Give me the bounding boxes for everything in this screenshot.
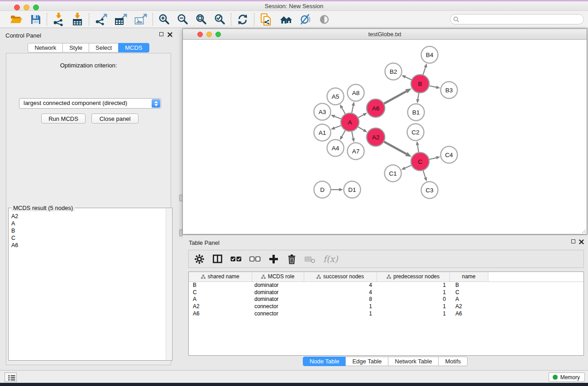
graph-node-A[interactable]: A [341, 113, 359, 131]
graph-node-B3[interactable]: B3 [441, 82, 458, 99]
edge-B-B2[interactable] [405, 77, 411, 80]
graph-node-B4[interactable]: B4 [421, 47, 438, 63]
open-session-button[interactable] [9, 13, 24, 26]
table-cell[interactable]: A2 [189, 303, 252, 310]
graphics-details-button[interactable] [299, 13, 312, 26]
graph-node-A2[interactable]: A2 [367, 128, 385, 146]
table-settings-button[interactable] [194, 254, 205, 264]
resize-grip[interactable] [580, 228, 586, 234]
graph-node-A1[interactable]: A1 [314, 124, 331, 141]
edge-A-A5[interactable] [342, 108, 345, 114]
column-header-shared-name[interactable]: shared name [189, 272, 252, 281]
table-cell[interactable]: dominator [252, 281, 304, 289]
tab-edge-table[interactable]: Edge Table [345, 357, 388, 366]
column-header-name[interactable]: name [449, 272, 488, 281]
tab-style[interactable]: Style [62, 43, 89, 52]
table-cell[interactable]: dominator [252, 295, 304, 303]
graph-node-A4[interactable]: A4 [327, 140, 344, 157]
edge-A-A7[interactable] [352, 132, 353, 138]
tab-network-table[interactable]: Network Table [388, 357, 439, 366]
optimization-criterion-select[interactable]: largest connected component (directed) [19, 98, 161, 109]
table-cell[interactable]: 1 [377, 310, 449, 317]
table-cell[interactable]: dominator [252, 289, 304, 296]
import-network-button[interactable] [52, 12, 65, 27]
run-mcds-button[interactable]: Run MCDS [41, 114, 86, 124]
edge-A-A1[interactable] [335, 125, 341, 128]
graph-node-C[interactable]: C [411, 152, 429, 171]
home-button[interactable] [279, 13, 293, 26]
graph-node-A7[interactable]: A7 [348, 143, 364, 160]
result-item[interactable]: A2 [9, 213, 165, 220]
network-canvas[interactable]: B4B2BB3A8A5A6A3B1AA1C2A2A4A7C4CC1DD1C3 [183, 40, 587, 234]
graph-node-C1[interactable]: C1 [385, 165, 402, 182]
edge-C-C1[interactable] [405, 165, 411, 168]
table-cell[interactable]: A2 [449, 303, 488, 310]
table-cell[interactable]: A6 [449, 310, 488, 317]
export-image-button[interactable] [134, 13, 148, 26]
table-row[interactable]: Adominator80A [189, 295, 583, 303]
graph-node-A5[interactable]: A5 [327, 88, 344, 105]
tab-mcds[interactable]: MCDS [118, 43, 149, 52]
memory-button[interactable]: Memory [549, 372, 585, 382]
table-cell[interactable]: 4 [304, 281, 377, 289]
search-input[interactable] [450, 14, 584, 24]
import-table-button[interactable] [71, 12, 84, 27]
graph-node-D1[interactable]: D1 [344, 181, 361, 198]
close-panel-button[interactable] [167, 32, 172, 37]
edge-A-A3[interactable] [335, 116, 341, 119]
export-table-button[interactable] [114, 13, 128, 26]
result-item[interactable]: C [9, 234, 165, 242]
table-cell[interactable]: C [449, 289, 488, 296]
graph-node-A8[interactable]: A8 [348, 85, 364, 101]
zoom-fit-button[interactable] [195, 13, 208, 26]
table-cell[interactable]: 8 [304, 295, 377, 303]
edge-B-B1[interactable] [418, 93, 419, 100]
task-history-button[interactable] [5, 372, 17, 382]
table-cell[interactable]: C [189, 289, 252, 296]
deselect-all-columns-button[interactable] [249, 254, 261, 264]
edge-A-A4[interactable] [342, 130, 345, 136]
duplicate-network-button[interactable] [259, 12, 273, 27]
close-mcds-panel-button[interactable]: Close panel [91, 114, 139, 124]
graph-node-A6[interactable]: A6 [367, 99, 385, 117]
refresh-button[interactable] [236, 13, 249, 26]
table-cell[interactable]: B [449, 281, 488, 289]
column-header-mcds-role[interactable]: MCDS role [252, 272, 304, 281]
table-row[interactable]: A2connector11A2 [189, 303, 583, 310]
graph-node-A3[interactable]: A3 [314, 104, 331, 120]
function-builder-button[interactable]: f(x) [323, 254, 338, 264]
table-cell[interactable]: 1 [377, 303, 449, 310]
close-table-panel-button[interactable] [579, 239, 584, 244]
table-cell[interactable]: A [189, 295, 252, 303]
table-cell[interactable]: connector [252, 303, 304, 310]
table-row[interactable]: Cdominator41C [189, 289, 583, 296]
result-item[interactable]: A6 [9, 242, 165, 249]
table-cell[interactable]: 0 [377, 295, 449, 303]
float-panel-button[interactable] [159, 32, 163, 36]
edge-A-A6[interactable] [358, 115, 363, 118]
delete-row-button[interactable] [287, 254, 297, 264]
edge-C-C4[interactable] [429, 158, 436, 160]
column-header-successor-nodes[interactable]: successor nodes [304, 272, 377, 281]
zoom-selected-button[interactable] [213, 13, 226, 26]
select-all-columns-button[interactable] [230, 254, 242, 264]
export-network-button[interactable] [94, 13, 108, 26]
table-cell[interactable]: A6 [189, 310, 252, 317]
show-columns-button[interactable] [212, 254, 223, 264]
edge-A-A2[interactable] [358, 127, 363, 130]
graph-node-C4[interactable]: C4 [441, 147, 458, 163]
table-cell[interactable]: 1 [377, 289, 449, 296]
graph-node-B1[interactable]: B1 [408, 104, 425, 121]
show-hide-panel-button[interactable] [318, 13, 331, 26]
tab-node-table[interactable]: Node Table [303, 357, 346, 366]
edge-A-A8[interactable] [352, 105, 353, 113]
table-cell[interactable]: 1 [377, 281, 449, 289]
graph-node-B[interactable]: B [411, 75, 429, 93]
result-item[interactable]: A [9, 220, 165, 227]
edge-A6-B[interactable] [384, 91, 406, 104]
graph-node-C2[interactable]: C2 [407, 124, 424, 141]
table-row[interactable]: Bdominator41B [189, 281, 583, 289]
result-list-scrollbar[interactable] [166, 209, 172, 360]
table-row[interactable]: A6connector11A6 [189, 310, 583, 317]
edge-B-B4[interactable] [423, 67, 425, 75]
